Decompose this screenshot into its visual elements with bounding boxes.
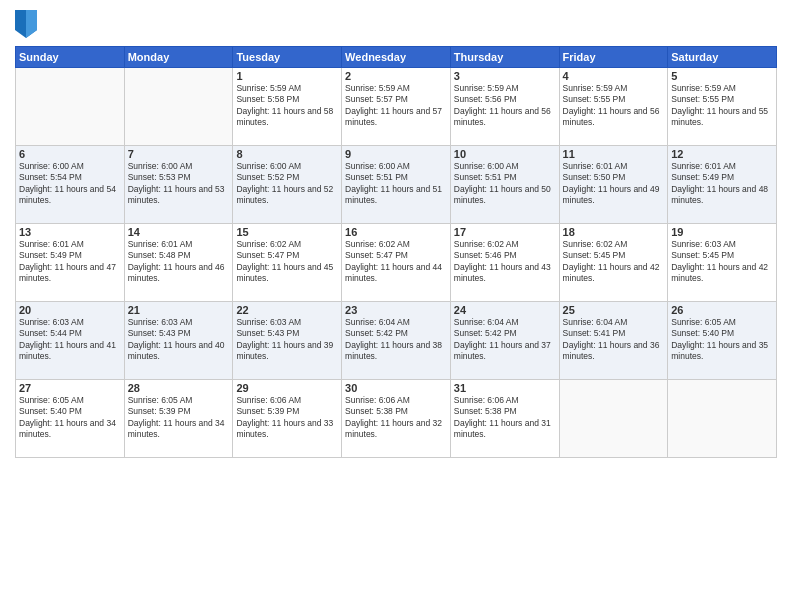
day-info: Sunrise: 6:05 AM Sunset: 5:40 PM Dayligh… (671, 317, 773, 363)
calendar-cell: 7Sunrise: 6:00 AM Sunset: 5:53 PM Daylig… (124, 146, 233, 224)
calendar-cell (668, 380, 777, 458)
day-info: Sunrise: 6:02 AM Sunset: 5:45 PM Dayligh… (563, 239, 665, 285)
calendar-cell: 24Sunrise: 6:04 AM Sunset: 5:42 PM Dayli… (450, 302, 559, 380)
calendar-cell: 11Sunrise: 6:01 AM Sunset: 5:50 PM Dayli… (559, 146, 668, 224)
calendar-cell: 27Sunrise: 6:05 AM Sunset: 5:40 PM Dayli… (16, 380, 125, 458)
day-number: 6 (19, 148, 121, 160)
day-info: Sunrise: 6:05 AM Sunset: 5:40 PM Dayligh… (19, 395, 121, 441)
calendar-week-4: 20Sunrise: 6:03 AM Sunset: 5:44 PM Dayli… (16, 302, 777, 380)
day-number: 9 (345, 148, 447, 160)
day-number: 17 (454, 226, 556, 238)
calendar-cell: 3Sunrise: 5:59 AM Sunset: 5:56 PM Daylig… (450, 68, 559, 146)
day-number: 14 (128, 226, 230, 238)
day-number: 5 (671, 70, 773, 82)
calendar-cell: 29Sunrise: 6:06 AM Sunset: 5:39 PM Dayli… (233, 380, 342, 458)
day-info: Sunrise: 6:06 AM Sunset: 5:38 PM Dayligh… (454, 395, 556, 441)
calendar-cell: 23Sunrise: 6:04 AM Sunset: 5:42 PM Dayli… (342, 302, 451, 380)
day-info: Sunrise: 6:03 AM Sunset: 5:45 PM Dayligh… (671, 239, 773, 285)
day-number: 28 (128, 382, 230, 394)
day-number: 29 (236, 382, 338, 394)
calendar-cell: 2Sunrise: 5:59 AM Sunset: 5:57 PM Daylig… (342, 68, 451, 146)
day-info: Sunrise: 6:01 AM Sunset: 5:48 PM Dayligh… (128, 239, 230, 285)
day-number: 7 (128, 148, 230, 160)
calendar-cell: 17Sunrise: 6:02 AM Sunset: 5:46 PM Dayli… (450, 224, 559, 302)
calendar-cell: 30Sunrise: 6:06 AM Sunset: 5:38 PM Dayli… (342, 380, 451, 458)
calendar-week-5: 27Sunrise: 6:05 AM Sunset: 5:40 PM Dayli… (16, 380, 777, 458)
calendar-cell: 25Sunrise: 6:04 AM Sunset: 5:41 PM Dayli… (559, 302, 668, 380)
calendar-cell: 26Sunrise: 6:05 AM Sunset: 5:40 PM Dayli… (668, 302, 777, 380)
day-number: 24 (454, 304, 556, 316)
day-number: 26 (671, 304, 773, 316)
day-info: Sunrise: 6:04 AM Sunset: 5:41 PM Dayligh… (563, 317, 665, 363)
day-number: 1 (236, 70, 338, 82)
calendar-cell: 18Sunrise: 6:02 AM Sunset: 5:45 PM Dayli… (559, 224, 668, 302)
logo-icon (15, 10, 37, 38)
calendar-cell (559, 380, 668, 458)
day-number: 25 (563, 304, 665, 316)
header (15, 10, 777, 38)
day-number: 11 (563, 148, 665, 160)
day-info: Sunrise: 6:00 AM Sunset: 5:54 PM Dayligh… (19, 161, 121, 207)
calendar-cell: 5Sunrise: 5:59 AM Sunset: 5:55 PM Daylig… (668, 68, 777, 146)
calendar-cell: 28Sunrise: 6:05 AM Sunset: 5:39 PM Dayli… (124, 380, 233, 458)
day-number: 16 (345, 226, 447, 238)
calendar-cell: 16Sunrise: 6:02 AM Sunset: 5:47 PM Dayli… (342, 224, 451, 302)
day-number: 27 (19, 382, 121, 394)
calendar-cell: 15Sunrise: 6:02 AM Sunset: 5:47 PM Dayli… (233, 224, 342, 302)
day-info: Sunrise: 6:00 AM Sunset: 5:53 PM Dayligh… (128, 161, 230, 207)
day-info: Sunrise: 6:01 AM Sunset: 5:50 PM Dayligh… (563, 161, 665, 207)
calendar-week-3: 13Sunrise: 6:01 AM Sunset: 5:49 PM Dayli… (16, 224, 777, 302)
calendar-table: SundayMondayTuesdayWednesdayThursdayFrid… (15, 46, 777, 458)
col-header-monday: Monday (124, 47, 233, 68)
day-number: 18 (563, 226, 665, 238)
day-info: Sunrise: 6:00 AM Sunset: 5:52 PM Dayligh… (236, 161, 338, 207)
day-number: 21 (128, 304, 230, 316)
page: SundayMondayTuesdayWednesdayThursdayFrid… (0, 0, 792, 612)
col-header-tuesday: Tuesday (233, 47, 342, 68)
day-number: 22 (236, 304, 338, 316)
day-info: Sunrise: 6:03 AM Sunset: 5:43 PM Dayligh… (236, 317, 338, 363)
day-info: Sunrise: 5:59 AM Sunset: 5:55 PM Dayligh… (671, 83, 773, 129)
day-number: 3 (454, 70, 556, 82)
day-info: Sunrise: 6:03 AM Sunset: 5:43 PM Dayligh… (128, 317, 230, 363)
day-number: 31 (454, 382, 556, 394)
day-info: Sunrise: 6:05 AM Sunset: 5:39 PM Dayligh… (128, 395, 230, 441)
day-info: Sunrise: 6:06 AM Sunset: 5:38 PM Dayligh… (345, 395, 447, 441)
day-number: 2 (345, 70, 447, 82)
calendar-cell: 10Sunrise: 6:00 AM Sunset: 5:51 PM Dayli… (450, 146, 559, 224)
calendar-cell: 31Sunrise: 6:06 AM Sunset: 5:38 PM Dayli… (450, 380, 559, 458)
calendar-cell: 6Sunrise: 6:00 AM Sunset: 5:54 PM Daylig… (16, 146, 125, 224)
day-info: Sunrise: 6:00 AM Sunset: 5:51 PM Dayligh… (454, 161, 556, 207)
col-header-sunday: Sunday (16, 47, 125, 68)
day-info: Sunrise: 6:04 AM Sunset: 5:42 PM Dayligh… (454, 317, 556, 363)
calendar-cell: 21Sunrise: 6:03 AM Sunset: 5:43 PM Dayli… (124, 302, 233, 380)
day-number: 19 (671, 226, 773, 238)
day-info: Sunrise: 6:02 AM Sunset: 5:46 PM Dayligh… (454, 239, 556, 285)
day-number: 23 (345, 304, 447, 316)
calendar-cell (124, 68, 233, 146)
logo (15, 10, 39, 38)
calendar-cell: 14Sunrise: 6:01 AM Sunset: 5:48 PM Dayli… (124, 224, 233, 302)
calendar-cell (16, 68, 125, 146)
day-number: 10 (454, 148, 556, 160)
calendar-cell: 22Sunrise: 6:03 AM Sunset: 5:43 PM Dayli… (233, 302, 342, 380)
day-number: 15 (236, 226, 338, 238)
calendar-cell: 20Sunrise: 6:03 AM Sunset: 5:44 PM Dayli… (16, 302, 125, 380)
svg-marker-1 (26, 10, 37, 38)
col-header-saturday: Saturday (668, 47, 777, 68)
col-header-wednesday: Wednesday (342, 47, 451, 68)
day-number: 30 (345, 382, 447, 394)
day-info: Sunrise: 5:59 AM Sunset: 5:56 PM Dayligh… (454, 83, 556, 129)
day-info: Sunrise: 6:03 AM Sunset: 5:44 PM Dayligh… (19, 317, 121, 363)
day-info: Sunrise: 6:01 AM Sunset: 5:49 PM Dayligh… (19, 239, 121, 285)
calendar-cell: 1Sunrise: 5:59 AM Sunset: 5:58 PM Daylig… (233, 68, 342, 146)
day-info: Sunrise: 6:06 AM Sunset: 5:39 PM Dayligh… (236, 395, 338, 441)
calendar-cell: 13Sunrise: 6:01 AM Sunset: 5:49 PM Dayli… (16, 224, 125, 302)
day-info: Sunrise: 6:02 AM Sunset: 5:47 PM Dayligh… (236, 239, 338, 285)
col-header-friday: Friday (559, 47, 668, 68)
calendar-cell: 19Sunrise: 6:03 AM Sunset: 5:45 PM Dayli… (668, 224, 777, 302)
day-number: 13 (19, 226, 121, 238)
day-number: 20 (19, 304, 121, 316)
calendar-cell: 9Sunrise: 6:00 AM Sunset: 5:51 PM Daylig… (342, 146, 451, 224)
day-number: 8 (236, 148, 338, 160)
